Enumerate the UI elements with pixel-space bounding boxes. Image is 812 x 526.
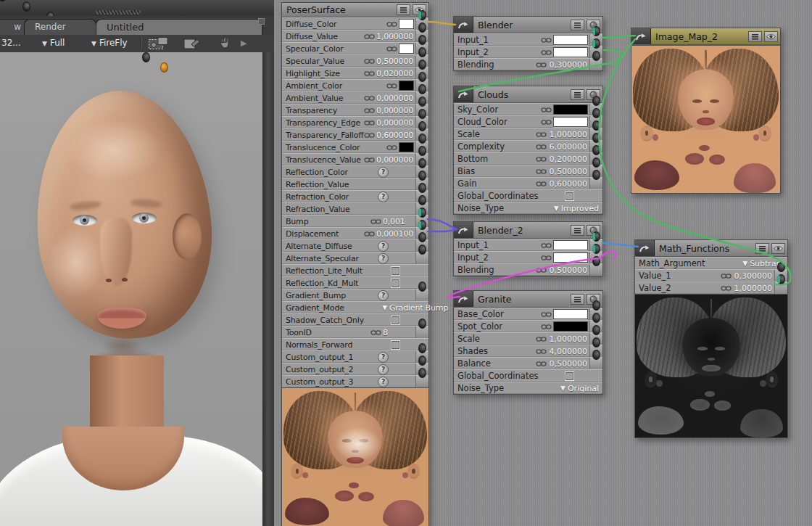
dropdown[interactable]: ▼Improved: [554, 204, 602, 213]
param-value[interactable]: 0,600000: [548, 179, 589, 189]
param-value[interactable]: 4,000000: [548, 347, 589, 356]
node-type-icon[interactable]: [454, 291, 473, 307]
param-value[interactable]: 8: [383, 328, 415, 337]
checkbox[interactable]: [391, 266, 400, 276]
param-value[interactable]: 0,500000: [548, 266, 589, 275]
plug-icon[interactable]: [415, 326, 428, 338]
param-value[interactable]: 0,001: [383, 217, 415, 226]
pane-divider[interactable]: [262, 0, 274, 526]
plug-icon[interactable]: [589, 178, 602, 189]
node-header-granite[interactable]: Granite: [454, 291, 602, 308]
color-swatch[interactable]: [399, 19, 414, 29]
query-icon[interactable]: ?: [378, 290, 389, 301]
query-icon[interactable]: ?: [378, 241, 389, 252]
plug-icon[interactable]: [774, 282, 787, 294]
param-value[interactable]: 0,000000: [376, 94, 415, 103]
expand-arrow-icon[interactable]: ▶: [241, 38, 246, 48]
param-value[interactable]: 0,500000: [548, 167, 589, 176]
eye-icon[interactable]: [764, 31, 778, 42]
wire-diffuse-to-blender[interactable]: [428, 22, 455, 25]
param-value[interactable]: 0,600000: [376, 131, 415, 140]
param-value[interactable]: 0,500000: [548, 359, 589, 369]
checkbox[interactable]: [391, 340, 400, 350]
plug-icon[interactable]: [589, 264, 602, 276]
color-swatch[interactable]: [553, 35, 588, 45]
query-icon[interactable]: ?: [378, 253, 389, 264]
pan-hand-icon[interactable]: [220, 36, 231, 51]
color-swatch[interactable]: [553, 47, 588, 57]
color-swatch[interactable]: [553, 309, 588, 319]
wire-displacement-to-blender2[interactable]: [428, 229, 457, 231]
node-type-icon[interactable]: [454, 17, 473, 33]
param-value[interactable]: 0,000000: [376, 118, 415, 128]
node-type-icon[interactable]: [635, 240, 655, 256]
list-icon[interactable]: [571, 294, 584, 305]
query-icon[interactable]: ?: [378, 364, 389, 375]
param-value[interactable]: 0,000000: [376, 155, 415, 165]
color-swatch[interactable]: [399, 44, 414, 54]
list-icon[interactable]: [748, 31, 762, 42]
tab-untitled[interactable]: Untitled: [96, 19, 262, 35]
render-compare-icon[interactable]: [183, 36, 202, 53]
node-header-math_functions[interactable]: Math_Functions: [635, 240, 787, 257]
param-value[interactable]: 1,000000: [733, 284, 774, 293]
tool-ball[interactable]: [160, 62, 168, 73]
param-value[interactable]: 1,000000: [548, 334, 589, 344]
color-swatch[interactable]: [553, 321, 588, 332]
param-value[interactable]: 0,300000: [733, 271, 774, 281]
node-header-clouds[interactable]: Clouds: [454, 86, 602, 103]
plug-icon[interactable]: [589, 358, 602, 369]
tab-corner-icon[interactable]: [258, 18, 265, 25]
list-icon[interactable]: [397, 4, 410, 15]
checkbox[interactable]: [391, 316, 400, 325]
tab-render[interactable]: Render: [24, 19, 96, 35]
color-swatch[interactable]: [553, 117, 588, 127]
color-swatch[interactable]: [553, 240, 588, 250]
plug-icon[interactable]: [415, 252, 428, 264]
checkbox[interactable]: [565, 371, 574, 381]
wire-blender2-input1-to-math[interactable]: [602, 243, 638, 247]
tool-ball[interactable]: [142, 52, 150, 62]
node-header-blender_2[interactable]: Blender_2: [454, 222, 602, 239]
color-swatch[interactable]: [399, 142, 414, 152]
wire-bump-to-blender2[interactable]: [428, 219, 457, 229]
query-icon[interactable]: ?: [378, 377, 389, 387]
node-header-blender[interactable]: Blender: [454, 17, 602, 33]
node-header-posersurface[interactable]: PoserSurface: [282, 3, 428, 17]
renderer-dropdown[interactable]: ▼FireFly: [91, 38, 128, 48]
list-icon[interactable]: [755, 243, 769, 254]
display-mode-dropdown[interactable]: ▼Full: [42, 38, 65, 48]
param-value[interactable]: 1,000000: [548, 130, 589, 139]
dropdown[interactable]: ▼Original: [560, 384, 602, 393]
node-type-icon[interactable]: [454, 86, 473, 102]
query-icon[interactable]: ?: [378, 352, 389, 363]
tool-ball[interactable]: [0, 0, 7, 1]
param-value[interactable]: 1,000000: [376, 32, 415, 41]
tool-ball[interactable]: [22, 1, 30, 12]
drag-handle[interactable]: [96, 10, 141, 15]
node-type-icon[interactable]: [454, 222, 473, 238]
plug-icon[interactable]: [589, 59, 602, 70]
dropdown[interactable]: ▼Gradient Bump: [382, 303, 452, 313]
node-header-image_map_2[interactable]: Image_Map_2: [631, 28, 780, 45]
list-icon[interactable]: [571, 225, 584, 236]
query-icon[interactable]: ?: [378, 192, 389, 202]
checkbox[interactable]: [391, 279, 400, 288]
eye-icon[interactable]: [771, 243, 785, 254]
param-value[interactable]: 0,300000: [548, 60, 589, 70]
param-value[interactable]: 0,500000: [376, 57, 415, 66]
param-value[interactable]: 6,000000: [548, 142, 589, 152]
preview-viewport[interactable]: [0, 52, 262, 526]
query-icon[interactable]: ?: [378, 167, 389, 178]
list-icon[interactable]: [571, 89, 584, 100]
area-render-icon[interactable]: [148, 36, 170, 53]
param-value[interactable]: 0,200000: [548, 155, 589, 164]
param-value[interactable]: 0,000100: [376, 229, 415, 239]
plug-icon[interactable]: [415, 376, 428, 387]
node-type-icon[interactable]: [631, 28, 651, 44]
color-swatch[interactable]: [553, 104, 588, 115]
color-swatch[interactable]: [399, 81, 414, 91]
param-value[interactable]: 0,020000: [376, 69, 415, 78]
plug-icon[interactable]: [415, 289, 428, 301]
checkbox[interactable]: [565, 192, 574, 201]
